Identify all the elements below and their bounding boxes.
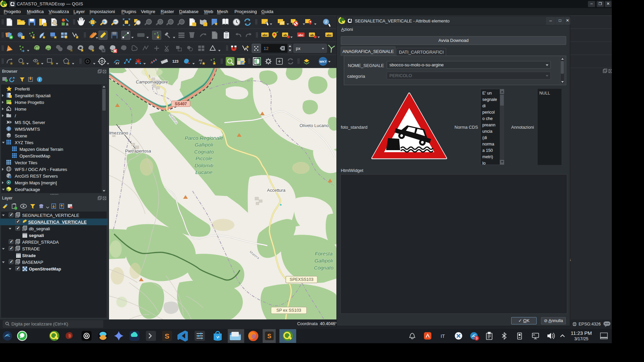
- svg-text:px: px: [296, 46, 301, 51]
- svg-text:SS407: SS407: [175, 102, 187, 106]
- svg-text:SPEXSS103: SPEXSS103: [290, 277, 314, 282]
- svg-text:S: S: [267, 333, 271, 340]
- svg-text:abc: abc: [298, 34, 304, 37]
- svg-text:Campomaggiore: Campomaggiore: [136, 79, 168, 84]
- svg-text:IT: IT: [441, 334, 445, 339]
- svg-text:Dolomiti: Dolomiti: [195, 163, 214, 168]
- svg-text:12: 12: [264, 46, 268, 51]
- svg-text:Accettura: Accettura: [267, 188, 286, 193]
- svg-text:d: d: [200, 62, 201, 65]
- svg-text:9: 9: [476, 337, 478, 340]
- svg-text:Piccole: Piccole: [196, 156, 212, 161]
- svg-text:a: a: [66, 21, 68, 26]
- svg-text:elmezzano: elmezzano: [109, 130, 128, 135]
- svg-text:3/17/25: 3/17/25: [574, 337, 588, 341]
- svg-text:Foresta: Foresta: [315, 251, 333, 256]
- svg-text:Lucane: Lucane: [196, 169, 213, 175]
- svg-text:Cognato: Cognato: [194, 149, 214, 155]
- svg-text:Oliveto Lucano: Oliveto Lucano: [300, 123, 329, 128]
- svg-text:S: S: [165, 332, 169, 340]
- svg-text:Gallipoli: Gallipoli: [195, 142, 213, 147]
- svg-text:XY: XY: [115, 62, 119, 65]
- svg-text:Gallipoli: Gallipoli: [314, 258, 333, 263]
- svg-text:Parco Regionale: Parco Regionale: [185, 135, 223, 141]
- svg-text:11:23 PM: 11:23 PM: [571, 330, 592, 336]
- svg-text:Pietrapertosa: Pietrapertosa: [125, 148, 151, 154]
- svg-text:1:1: 1:1: [158, 21, 161, 23]
- svg-text:WKT: WKT: [319, 60, 327, 63]
- svg-text:Cognato: Cognato: [314, 265, 334, 270]
- svg-text:123: 123: [172, 59, 178, 63]
- svg-text:SP ex SS103: SP ex SS103: [276, 308, 301, 313]
